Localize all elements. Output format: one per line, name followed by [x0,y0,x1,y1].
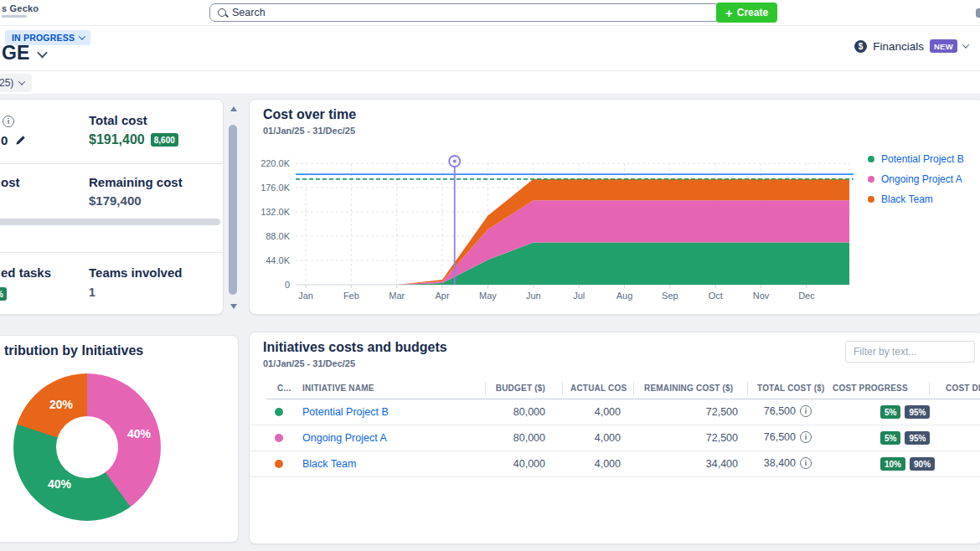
initiative-name-link[interactable]: Ongoing Project A [302,432,387,444]
legend-label: Ongoing Project A [881,173,962,185]
legend-item-ongoing-project-a[interactable]: Ongoing Project A [868,173,964,185]
dollar-circle-icon: $ [854,40,867,53]
financials-view-selector[interactable]: $ Financials NEW [854,39,968,53]
create-button[interactable]: + Create [716,3,777,23]
app-logo[interactable]: s Gecko [2,3,39,18]
initiative-name-link[interactable]: Black Team [302,458,356,470]
column-divider [633,382,634,395]
column-header-actual-cost[interactable]: ACTUAL COST... [570,384,627,393]
svg-text:Jan: Jan [298,291,313,301]
chevron-down-icon [18,78,25,85]
table-date-range: 01/Jan/25 - 31/Dec/25 [263,358,355,368]
cost-progress-bar [0,219,220,225]
svg-text:Apr: Apr [436,291,450,301]
cost-distribution-card: tribution by Initiatives 40% 40% 20% [0,335,239,543]
remaining-cost-value: $179,400 [89,193,142,208]
svg-text:May: May [479,291,497,301]
cost-distribution-badge: 95% [905,405,930,419]
legend-item-black-team[interactable]: Black Team [868,193,964,205]
chevron-down-icon [37,48,48,59]
initiative-name-link[interactable]: Potential Project B [302,406,389,418]
budget-value-cut: 0 [1,133,26,147]
column-header-cost-distribution-cut[interactable]: COST DIST [946,384,980,393]
page-title-dropdown[interactable]: GE [2,42,46,64]
total-cost-cell: 76,500 [698,431,812,443]
cost-distribution-badge: 95% [905,431,930,445]
total-cost-cell: 76,500 [698,405,812,417]
total-cost-amount: $191,400 [89,132,145,147]
svg-text:132.0K: 132.0K [260,207,291,217]
page-title: GE [2,42,29,64]
column-divider [929,382,930,395]
plus-icon: + [725,7,733,19]
table-header-row: C... INITIATIVE NAME BUDGET ($) ACTUAL C… [250,384,980,398]
budget-cell: 80,000 [459,406,545,418]
financials-dashboard: s Gecko Search + Create IN PROGRESS GE $… [0,0,980,551]
column-divider [821,382,822,395]
cut-off-toolbar-icon[interactable] [976,8,980,18]
legend-label: Potential Project B [881,153,964,165]
header-divider [0,70,980,71]
svg-text:Feb: Feb [343,291,359,301]
row-divider [0,163,223,164]
donut-chart [13,373,161,521]
info-icon[interactable] [800,457,812,469]
svg-text:Mar: Mar [389,291,405,301]
budget-cell: 40,000 [459,458,545,470]
top-navigation-bar: s Gecko Search + Create [0,0,980,26]
scope-filter-dropdown[interactable]: 25) [0,74,32,92]
cost-progress-badge: 5% [880,431,900,445]
scrollbar-down-arrow[interactable] [230,304,237,309]
donut-label-green: 40% [48,477,71,491]
total-cost-delta-badge: 8,600 [151,133,178,147]
filter-input[interactable] [845,341,975,363]
column-header-color[interactable]: C... [277,384,291,393]
donut-label-orange: 20% [49,398,73,411]
edit-pencil-icon[interactable] [15,135,26,146]
chevron-down-icon [79,33,85,39]
svg-text:Jun: Jun [526,291,541,301]
legend-item-potential-project-b[interactable]: Potential Project B [868,153,964,165]
info-icon[interactable] [800,431,812,443]
svg-text:0: 0 [285,280,290,290]
teams-involved-value: 1 [89,286,95,299]
cost-over-time-card: Cost over time 01/Jan/25 - 31/Dec/25 044… [249,99,980,315]
logo-tagline [2,15,27,18]
left-panel-scrollbar[interactable] [228,104,239,312]
column-header-remaining-cost[interactable]: REMAINING COST ($) [644,384,733,393]
column-header-cost-progress[interactable]: COST PROGRESS [833,384,908,393]
svg-text:44.0K: 44.0K [266,255,290,265]
row-divider [0,252,223,253]
budget-value-text: 0 [1,133,8,147]
chart-legend: Potential Project B Ongoing Project A Bl… [868,153,964,205]
donut-label-pink: 40% [127,427,151,440]
info-icon[interactable] [800,405,812,417]
initiatives-table-card: Initiatives costs and budgets 01/Jan/25 … [249,332,980,544]
column-header-total-cost[interactable]: TOTAL COST ($) [757,384,825,393]
actual-cost-cell: 4,000 [554,458,621,470]
initiative-color-dot [275,434,283,442]
svg-text:176.0K: 176.0K [260,183,291,193]
cost-progress-badge: 5% [880,405,900,419]
scope-filter-label: 25) [0,77,13,89]
scrollbar-thumb[interactable] [229,125,237,295]
cost-progress-badge: 10% [880,457,905,471]
page-header: IN PROGRESS GE $ Financials NEW 25) [0,25,980,94]
table-title: Initiatives costs and budgets [263,340,447,355]
actual-cost-label-cut: ost [1,175,20,189]
total-cost-value: 76,500 [764,405,796,417]
chevron-down-icon [962,41,969,48]
table-row: Black Team40,0004,00034,40038,40010%90% [250,451,980,477]
info-icon[interactable] [3,116,14,127]
column-header-initiative-name[interactable]: INITIATIVE NAME [302,384,374,393]
actual-cost-cell: 4,000 [554,432,621,444]
search-placeholder: Search [232,7,266,18]
svg-text:Aug: Aug [616,291,633,301]
svg-text:88.0K: 88.0K [266,231,290,241]
scrollbar-up-arrow[interactable] [230,106,237,111]
column-header-budget[interactable]: BUDGET ($) [459,384,545,393]
new-badge: NEW [930,39,957,53]
teams-involved-label: Teams involved [89,265,182,280]
column-divider [485,382,486,395]
search-input[interactable]: Search [209,3,720,22]
